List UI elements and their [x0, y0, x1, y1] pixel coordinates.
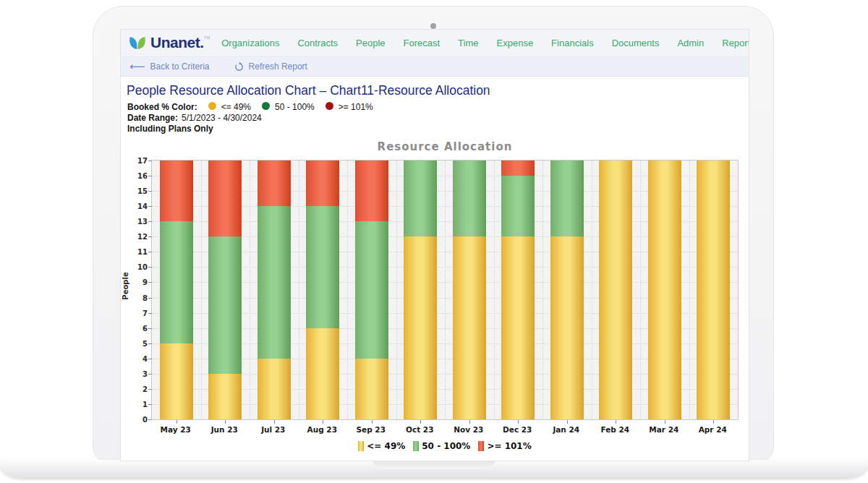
y-tick-label: 8	[129, 294, 148, 302]
bar-segment	[208, 161, 242, 236]
y-tick-label: 5	[129, 339, 148, 347]
y-tick-mark	[148, 252, 152, 252]
bar-segment	[355, 161, 388, 221]
back-to-criteria-button[interactable]: ⟵ Back to Criteria	[129, 61, 210, 72]
nav-links: OrganizationsContractsPeopleForecastTime…	[221, 38, 749, 48]
unanet-leaf-icon	[128, 36, 147, 52]
nav-item-admin[interactable]: Admin	[677, 38, 704, 48]
back-to-criteria-label: Back to Criteria	[150, 61, 210, 72]
nav-item-time[interactable]: Time	[458, 38, 478, 48]
booked-color-label: Booked % Color:	[127, 102, 197, 113]
y-tick-mark	[148, 221, 152, 222]
nav-item-contracts[interactable]: Contracts	[297, 38, 338, 48]
including-plans-row: Including Plans Only	[127, 124, 373, 134]
y-tick-label: 10	[129, 263, 148, 271]
y-tick-label: 13	[129, 218, 148, 226]
chart-legend-item-1: 50 - 100%	[413, 441, 470, 451]
gridline-v	[445, 161, 446, 419]
x-axis-label: Jul 23	[261, 425, 285, 434]
x-axis-label: May 23	[161, 425, 191, 434]
nav-item-reports[interactable]: Reports	[722, 38, 749, 48]
nav-item-forecast[interactable]: Forecast	[404, 38, 441, 48]
y-tick-mark	[148, 282, 152, 283]
x-tick-mark	[323, 420, 323, 424]
bar-segment	[208, 236, 242, 374]
gridline-v	[689, 161, 690, 419]
x-axis-label: Nov 23	[454, 425, 483, 434]
gridline-v	[592, 161, 592, 419]
report-toolbar: ⟵ Back to Criteria Refresh Report	[121, 57, 749, 77]
date-range-label: Date Range:	[127, 113, 178, 124]
bar-segment	[599, 161, 632, 419]
gridline-v	[542, 161, 543, 419]
date-range-row: Date Range: 5/1/2023 - 4/30/2024	[127, 113, 373, 124]
x-axis-label: Dec 23	[503, 425, 532, 434]
y-tick-label: 7	[129, 309, 148, 317]
booked-dot-label-2: >= 101%	[339, 102, 373, 112]
chart-legend-label-1: 50 - 100%	[422, 441, 470, 451]
bar-segment	[550, 161, 584, 236]
booked-color-row: Booked % Color: <= 49%50 - 100%>= 101%	[127, 102, 373, 113]
report-body: People Resource Allocation Chart – Chart…	[121, 77, 749, 461]
x-tick-mark	[616, 420, 616, 424]
x-tick-mark	[372, 420, 373, 424]
nav-item-people[interactable]: People	[356, 38, 385, 48]
bar-segment	[453, 161, 486, 236]
top-navbar: Unanet. TM OrganizationsContractsPeopleF…	[121, 30, 749, 57]
x-axis-label: Sep 23	[357, 425, 386, 434]
unanet-logo[interactable]: Unanet. TM	[128, 34, 210, 52]
nav-item-organizations[interactable]: Organizations	[221, 38, 279, 48]
y-tick-label: 3	[129, 369, 148, 377]
nav-item-expense[interactable]: Expense	[497, 38, 534, 48]
y-tick-mark	[148, 359, 152, 359]
chart-legend-item-2: >= 101%	[478, 441, 531, 451]
back-arrow-icon: ⟵	[129, 62, 145, 71]
bar-segment	[404, 236, 437, 419]
x-tick-mark	[665, 420, 665, 424]
y-tick-label: 2	[129, 385, 148, 393]
y-tick-label: 0	[129, 416, 148, 424]
x-tick-mark	[518, 420, 519, 424]
bar-segment	[355, 359, 388, 419]
bar-segment	[404, 161, 437, 236]
bar-segment	[306, 161, 339, 206]
gridline-v	[347, 161, 348, 419]
nav-item-documents[interactable]: Documents	[612, 38, 660, 48]
chart-legend-label-2: >= 101%	[487, 441, 531, 451]
refresh-icon	[234, 62, 244, 72]
y-tick-label: 12	[129, 233, 148, 241]
chart-legend-label-0: <= 49%	[367, 441, 405, 451]
refresh-report-button[interactable]: Refresh Report	[234, 61, 307, 72]
x-axis-label: Apr 24	[699, 425, 727, 434]
webcam-dot	[430, 23, 436, 29]
y-tick-mark	[148, 298, 152, 299]
gridline-v	[494, 161, 495, 419]
chart-legend-item-0: <= 49%	[358, 441, 405, 451]
y-tick-mark	[148, 328, 152, 329]
y-tick-mark	[148, 419, 152, 420]
y-tick-mark	[148, 176, 152, 176]
bar-segment	[501, 176, 535, 236]
bar-segment	[501, 161, 535, 176]
x-tick-mark	[420, 420, 421, 424]
y-tick-mark	[148, 161, 152, 161]
booked-dot-label-0: <= 49%	[221, 102, 251, 112]
y-tick-mark	[148, 191, 152, 192]
nav-item-financials[interactable]: Financials	[551, 38, 594, 48]
resource-allocation-chart: Resource Allocation People 0123456789101…	[151, 140, 739, 451]
chart-legend: <= 49%50 - 100%>= 101%	[151, 441, 739, 451]
gridline-v	[201, 161, 202, 419]
y-tick-mark	[148, 267, 152, 268]
chart-legend-swatch-2	[478, 441, 484, 451]
app-window: Unanet. TM OrganizationsContractsPeopleF…	[120, 29, 749, 461]
y-tick-mark	[148, 404, 152, 405]
y-tick-label: 15	[129, 187, 148, 195]
logo-wordmark: Unanet.	[150, 34, 204, 51]
date-range-value: 5/1/2023 - 4/30/2024	[182, 113, 262, 124]
booked-dot-2	[326, 102, 333, 110]
chart-legend-swatch-0	[358, 441, 364, 451]
bar-segment	[160, 161, 193, 221]
bar-segment	[550, 236, 584, 419]
page-title: People Resource Allocation Chart – Chart…	[127, 83, 490, 98]
gridline-v	[396, 161, 397, 419]
